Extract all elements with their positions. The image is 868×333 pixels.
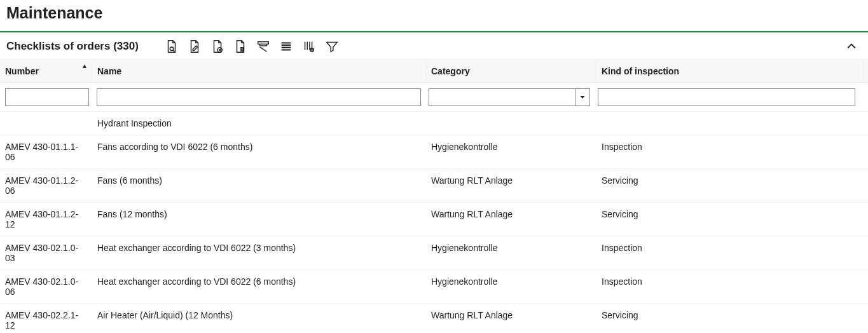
table-row[interactable]: AMEV 430-02.1.0-06Heat exchanger accordi… — [0, 270, 868, 304]
chevron-down-icon[interactable] — [575, 88, 590, 106]
cell-kind: Inspection — [596, 275, 864, 298]
cell-number: AMEV 430-02.1.0-06 — [0, 275, 92, 298]
table-row[interactable]: AMEV 430-02.2.1-12Air Heater (Air/Liquid… — [0, 304, 868, 333]
columns-icon[interactable] — [301, 39, 317, 54]
filter-row — [0, 83, 868, 112]
filter-kind-input[interactable] — [598, 88, 855, 106]
table-row[interactable]: AMEV 430-01.1.2-06Fans (6 months)Wartung… — [0, 169, 868, 203]
view-icon[interactable] — [164, 39, 179, 54]
list-view-icon[interactable] — [279, 39, 294, 54]
table-row[interactable]: AMEV 430-01.1.2-12Fans (12 months)Wartun… — [0, 203, 868, 236]
column-header-label: Category — [431, 66, 470, 76]
grid: Number ▲ Name Category Kind of inspectio… — [0, 59, 868, 333]
cell-category: Wartung RLT Anlage — [426, 208, 596, 231]
cell-kind: Servicing — [596, 174, 864, 197]
column-header-number[interactable]: Number ▲ — [0, 60, 92, 83]
column-header-label: Kind of inspection — [602, 66, 679, 76]
filter-number-input[interactable] — [5, 88, 89, 106]
cell-kind: Inspection — [596, 241, 864, 264]
cell-number: AMEV 430-01.1.1-06 — [0, 140, 92, 163]
filter-icon[interactable] — [324, 39, 340, 54]
cell-name: Heat exchanger according to VDI 6022 (6 … — [92, 275, 426, 298]
cell-name: Heat exchanger according to VDI 6022 (3 … — [92, 241, 426, 264]
cell-category: Hygienekontrolle — [426, 275, 596, 298]
toolbar — [164, 39, 340, 54]
column-header-label: Name — [97, 66, 121, 76]
cell-name: Fans (12 months) — [92, 208, 426, 231]
cell-number — [0, 117, 92, 130]
sort-asc-icon: ▲ — [81, 62, 88, 69]
cell-kind: Servicing — [596, 208, 864, 231]
column-header-name[interactable]: Name — [92, 60, 426, 83]
section-bar: Checklists of orders (330) — [0, 31, 868, 59]
filter-name-input[interactable] — [97, 88, 420, 106]
section-title: Checklists of orders (330) — [6, 40, 139, 53]
column-header-label: Number — [5, 66, 39, 76]
cell-name: Fans according to VDI 6022 (6 months) — [92, 140, 426, 163]
column-header-category[interactable]: Category — [426, 60, 596, 83]
clear-filter-icon[interactable] — [256, 39, 271, 54]
table-row[interactable]: Hydrant Inspection — [0, 112, 868, 135]
svg-rect-2 — [258, 42, 269, 44]
cell-category: Wartung RLT Anlage — [426, 309, 596, 332]
cell-category — [426, 117, 596, 130]
cell-kind: Inspection — [596, 140, 864, 163]
collapse-icon[interactable] — [845, 40, 858, 53]
column-headers: Number ▲ Name Category Kind of inspectio… — [0, 60, 868, 83]
cell-category: Hygienekontrolle — [426, 140, 596, 163]
cell-number: AMEV 430-02.1.0-03 — [0, 241, 92, 264]
cell-kind — [596, 117, 864, 130]
cell-name: Hydrant Inspection — [92, 117, 426, 130]
cell-number: AMEV 430-01.1.2-12 — [0, 208, 92, 231]
cell-name: Air Heater (Air/Liquid) (12 Months) — [92, 309, 426, 332]
table-row[interactable]: AMEV 430-02.1.0-03Heat exchanger accordi… — [0, 236, 868, 270]
cell-category: Wartung RLT Anlage — [426, 174, 596, 197]
cell-kind: Servicing — [596, 309, 864, 332]
edit-icon[interactable] — [187, 39, 202, 54]
page-title: Maintenance — [0, 0, 868, 31]
cell-number: AMEV 430-01.1.2-06 — [0, 174, 92, 197]
table-body: Hydrant InspectionAMEV 430-01.1.1-06Fans… — [0, 112, 868, 333]
column-header-kind[interactable]: Kind of inspection — [596, 60, 864, 83]
cell-name: Fans (6 months) — [92, 174, 426, 197]
add-icon[interactable] — [210, 39, 225, 54]
delete-icon[interactable] — [233, 39, 248, 54]
cell-number: AMEV 430-02.2.1-12 — [0, 309, 92, 332]
table-row[interactable]: AMEV 430-01.1.1-06Fans according to VDI … — [0, 135, 868, 169]
filter-category-input[interactable] — [429, 88, 590, 106]
cell-category: Hygienekontrolle — [426, 241, 596, 264]
